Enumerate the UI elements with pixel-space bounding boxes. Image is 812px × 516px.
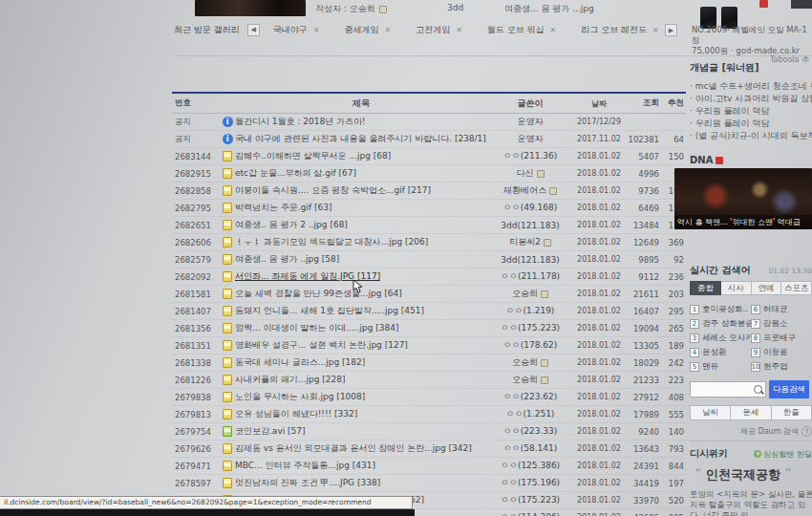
realtime-term[interactable]: 1호미곶성화.. [690,302,751,316]
post-title-link[interactable]: 깜짝... 이대생이 말하는 이대.....jpg [384] [235,322,398,334]
post-title-link[interactable]: ㅓㅜㅑ 과동기모임 섹드립달교 대참사...jpg [206] [235,236,428,248]
table-row[interactable]: 2681226사내커플의 패기...jpg [228]오승희2018.01.02… [172,372,686,389]
ad-text[interactable]: NO.2609- 레벨에잇 오일 MA-1 점 75,000원 · god-ma… [692,25,812,56]
realtime-term-label[interactable]: 프로배구 [763,333,796,344]
gallog-icon[interactable] [549,187,557,195]
table-row[interactable]: 2682915etc갑 눈물...부하의 삶.gif [67]다신2018.01… [172,165,686,183]
realtime-term[interactable]: 4윤성환 [690,345,751,359]
table-row[interactable]: 2682858야붕이들 속시원.... 요즘 평창 숙박업소...gif [21… [172,183,686,200]
post-title-link[interactable]: 김제동 vs 윤서인 외모대결과 윤서인 장애인 논란...jpg [342] [235,442,472,455]
best-post-item[interactable]: · 우리원 플레이 덕담 [690,118,812,130]
table-row[interactable]: 2681351영화배우 설경구... 설현 백치 논란.jpg [127]ㅇㅇ(… [172,337,686,355]
float-post-title[interactable]: 여중생... 몸 평가 ...jpg [504,3,594,15]
table-row[interactable]: 2679838노인을 무시하는 사회.jpg [1008]ㅇㅇ(223.62)2… [172,389,686,406]
table-row[interactable]: 2682606ㅓㅜㅑ 과동기모임 섹드립달교 대참사...jpg [206]티봉… [172,234,686,251]
post-title-link[interactable]: 여중생.. 몸 평가 2 ..jpg [68] [235,219,348,231]
realtime-term-label[interactable]: 윤성환 [702,347,727,358]
table-row[interactable]: 2682579여중생.. 몸 평가 ..jpg [58]3dd(121.183)… [172,251,686,269]
table-row[interactable]: 2681356깜짝... 이대생이 말하는 이대.....jpg [384]ㅇㅇ… [172,320,686,337]
realtime-term[interactable]: 5맨유 [690,359,751,374]
gallog-icon[interactable] [544,239,551,247]
wiki-more-link[interactable]: + 심심할땐 한딜 [754,449,812,460]
search-icon[interactable] [754,385,762,394]
realtime-term[interactable]: 3세레소 오사카 [690,331,751,345]
quick-link-날씨[interactable]: 날씨 [690,405,731,420]
realtime-term[interactable]: 8프로배구 [751,331,812,345]
quick-link-한줄[interactable]: 한줄 [772,405,812,420]
post-title-link[interactable]: 영화배우 설경구... 설현 백치 논란.jpg [127] [235,339,408,352]
post-title-link[interactable]: 박력넘치는 주문.gif [63] [235,202,331,214]
gallog-icon[interactable] [537,170,545,178]
recent-gallery-tab[interactable]: 국내야구✕ [273,24,320,36]
gallog-icon[interactable] [541,376,548,384]
close-icon[interactable]: ✕ [652,26,659,34]
realtime-term[interactable]: 9이청용 [751,345,812,359]
close-icon[interactable]: ✕ [456,26,462,34]
table-row[interactable]: 2682795박력넘치는 주문.gif [63]ㅇㅇ(49.168)2018.0… [172,200,686,217]
realtime-term-label[interactable]: 현주엽 [763,361,788,373]
best-post-item[interactable]: · 아이.고tv 사과머리 박원길 상황극 [690,93,812,105]
realtime-tab-연예[interactable]: 연예 [752,281,782,295]
realtime-tab-스포츠[interactable]: 스포츠 [781,281,812,295]
post-title-link[interactable]: 오늘 새벽 경찰을 만난 99즌생들...jpg [64] [235,288,402,300]
post-title-link[interactable]: MBC... 인터뷰 주작들통...jpg [431] [235,460,375,472]
recent-gallery-tab[interactable]: 고전게임✕ [416,24,462,36]
best-post-item[interactable]: · 우리원 플레이 덕담 [690,105,812,118]
post-title-link[interactable]: 동국대 세미나 글라스...jpg [182] [235,356,365,369]
recent-gallery-tab-label[interactable]: 월드 오브 워십 [487,24,545,36]
post-title-link[interactable]: 오유 성님들이 해냈다!!!! [332] [235,408,357,420]
notice-row[interactable]: 공지i국내 야구에 관련된 사진과 내용을 올려주시기 바랍니다. [238/1… [172,131,686,148]
post-title-link[interactable]: 국내 야구에 관련된 사진과 내용을 올려주시기 바랍니다. [238/1] [235,133,486,145]
wiki-more-label[interactable]: 심심할땐 한딜 [763,449,812,460]
realtime-term[interactable]: 6허태균 [751,302,812,316]
realtime-term-label[interactable]: 강원소 [763,318,788,330]
close-icon[interactable]: ✕ [550,26,557,34]
next-galleries-button[interactable]: ▶ [665,24,677,36]
realtime-term-label[interactable]: 허태균 [763,304,788,315]
table-row[interactable]: 2679754코인보감.avi [57]ㅇㅇ(223.33)2018.01.02… [172,423,686,441]
wiki-article-title-text[interactable]: 인천국제공항 [706,467,780,482]
recent-gallery-tab[interactable]: 월드 오브 워십✕ [487,24,556,36]
realtime-term-label[interactable]: 호미곶성화.. [702,304,748,315]
post-title-link[interactable]: 멋진남자의 진짜 조건 甲....JPG [338] [235,477,380,489]
prev-galleries-button[interactable]: ◀ [247,24,260,36]
recent-gallery-tab-label[interactable]: 중세게임 [344,24,378,36]
notice-row[interactable]: 공지i월간디시 1월호 : 2018년 가즈아!운영자2017/12/29 [172,114,686,131]
table-row[interactable]: 2679626김제동 vs 윤서인 외모대결과 윤서인 장애인 논란...jpg… [172,441,686,458]
table-row[interactable]: 2681581오늘 새벽 경찰을 만난 99즌생들...jpg [64]오승희2… [172,286,686,303]
close-icon[interactable]: ✕ [313,26,320,34]
search-input[interactable] [690,381,766,398]
wiki-article-title[interactable]: “ 인천국제공항 ” [674,466,812,484]
gallog-icon[interactable] [541,359,548,367]
table-row[interactable]: 2681407돔돼지 언니들... 새해 1호 집단발작.....jpg [45… [172,303,686,320]
table-row[interactable]: 2683144김혜수..이해하면 살짝무서운 ...jpg [68]ㅇㅇ(211… [172,148,686,165]
quick-link-운세[interactable]: 운세 [731,405,771,420]
gallog-icon[interactable] [379,6,387,13]
gallog-icon[interactable] [541,290,548,298]
realtime-tab-시사[interactable]: 시사 [721,281,752,295]
recent-gallery-tab-label[interactable]: 리그 오브 레전드 [581,24,647,36]
realtime-term[interactable]: 7강원소 [751,316,812,331]
dna-banner-caption[interactable]: 역시 흥 책맨... '위대한 쇼맨' 역대급 [674,215,812,229]
recent-gallery-tab[interactable]: 리그 오브 레전드✕ [581,24,658,36]
post-title-link[interactable]: etc갑 눈물...부하의 삶.gif [67] [235,167,356,180]
table-row[interactable]: 2682651여중생.. 몸 평가 2 ..jpg [68]3dd(121.18… [172,217,686,234]
recent-gallery-tab-label[interactable]: 고전게임 [416,24,450,36]
dna-banner-image[interactable]: 역시 흥 책맨... '위대한 쇼맨' 역대급 [674,168,812,229]
post-title-link[interactable]: 사내커플의 패기...jpg [228] [235,374,345,386]
help-icon[interactable]: ? [801,426,812,437]
table-row[interactable]: 2678597멋진남자의 진짜 조건 甲....JPG [338]ㅇㅇ(175.… [172,475,686,492]
recent-gallery-tab[interactable]: 중세게임✕ [344,24,391,36]
post-title-link[interactable]: 야붕이들 속시원.... 요즘 평창 숙박업소...gif [217] [235,184,431,197]
post-title-link[interactable]: 여중생.. 몸 평가 ..jpg [58] [235,253,339,266]
table-row[interactable]: 2679471MBC... 인터뷰 주작들통...jpg [431]ㅇㅇ(125… [172,458,686,475]
table-row[interactable]: 2679813오유 성님들이 해냈다!!!! [332]ㅇㅇ(1.251)201… [172,406,686,423]
realtime-tab-종합[interactable]: 종합 [690,281,721,295]
best-post-item[interactable]: · (별 공식)치규-이 시대의 독보적 [690,130,812,142]
post-title-link[interactable]: 월간디시 1월호 : 2018년 가즈아! [235,116,366,128]
realtime-term[interactable]: 10현주엽 [751,359,812,374]
ad-title[interactable]: NO.2609- 레벨에잇 오일 MA-1 점 [692,25,812,46]
post-title-link[interactable]: 코인보감.avi [57] [235,425,306,438]
close-icon[interactable]: ✕ [384,26,391,34]
recent-gallery-tab-label[interactable]: 국내야구 [273,24,308,36]
